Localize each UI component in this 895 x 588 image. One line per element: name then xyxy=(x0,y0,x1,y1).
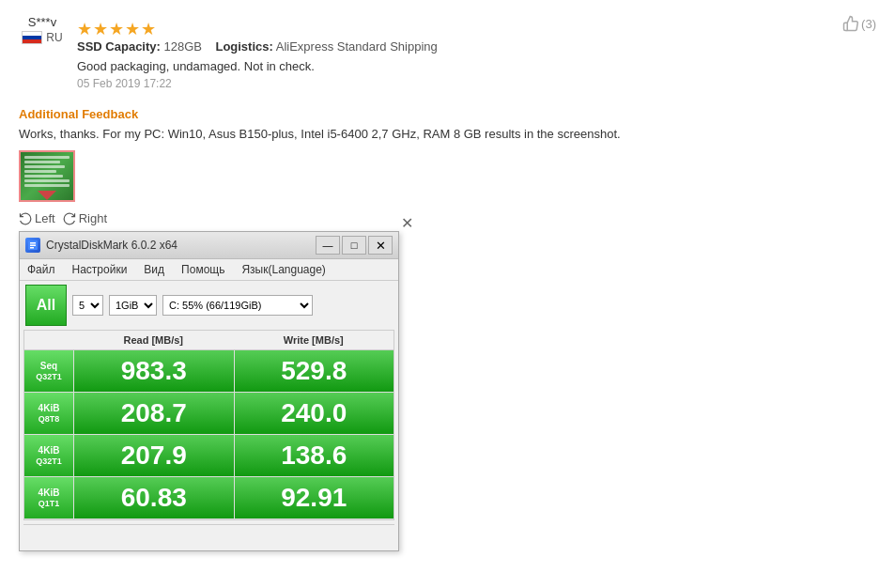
thumb-line-6 xyxy=(24,179,69,182)
thumb-line-3 xyxy=(24,165,65,168)
cdm-data-row: 4KiB Q32T1 207.9 138.6 xyxy=(24,435,393,477)
product-meta: SSD Capacity: 128GB Logistics: AliExpres… xyxy=(77,39,831,54)
image-close-button[interactable]: ✕ xyxy=(401,214,413,232)
cdm-write-value-1: 240.0 xyxy=(234,393,394,434)
additional-text: Works, thanks. For my PC: Win10, Asus B1… xyxy=(19,127,876,141)
cdm-row-label-line1: 4KiB xyxy=(39,403,60,414)
menu-settings[interactable]: Настройки xyxy=(69,261,131,278)
cdm-row-label-0: Seq Q32T1 xyxy=(24,350,73,392)
cdm-row-label-line1: 4KiB xyxy=(39,445,60,456)
cdm-title: CrystalDiskMark 6.0.2 x64 xyxy=(46,239,177,252)
capacity-label: SSD Capacity: xyxy=(77,39,161,54)
reviewer-name: S***v xyxy=(28,15,56,29)
thumb-line-4 xyxy=(24,170,56,173)
cdm-row-label-line2: Q8T8 xyxy=(39,414,60,425)
cdm-row-label-line1: 4KiB xyxy=(39,487,60,499)
cdm-read-value-2: 207.9 xyxy=(73,435,234,476)
menu-file[interactable]: Файл xyxy=(23,261,59,278)
review-header: S***v RU ★★★★★ SSD Capacity: 128GB Logis… xyxy=(19,15,876,101)
cdm-titlebar: CrystalDiskMark 6.0.2 x64 — □ ✕ xyxy=(20,232,398,259)
cdm-content-table: Read [MB/s] Write [MB/s] Seq Q32T1 983.3… xyxy=(23,330,394,520)
cdm-read-value-3: 60.83 xyxy=(73,477,234,518)
cdm-write-value-3: 92.91 xyxy=(234,477,394,518)
cdm-minimize-button[interactable]: — xyxy=(316,236,340,255)
cdm-title-left: CrystalDiskMark 6.0.2 x64 xyxy=(25,238,177,253)
cdm-title-buttons: — □ ✕ xyxy=(316,236,393,255)
review-body: ★★★★★ SSD Capacity: 128GB Logistics: Ali… xyxy=(77,19,831,101)
nav-left-label: Left xyxy=(35,211,55,225)
nav-right-button[interactable]: Right xyxy=(63,211,107,225)
cdm-write-header: Write [MB/s] xyxy=(234,331,394,350)
review-date: 05 Feb 2019 17:22 xyxy=(77,77,831,90)
cdm-row-label-line2: Q32T1 xyxy=(36,372,62,382)
cdm-size-select[interactable]: 1GiB xyxy=(109,295,157,316)
cdm-row-label-2: 4KiB Q32T1 xyxy=(24,435,73,476)
cdm-read-value-1: 208.7 xyxy=(73,393,234,434)
cdm-row-label-line2: Q1T1 xyxy=(39,499,60,509)
thumb-line-5 xyxy=(24,175,63,178)
cdm-menubar: Файл Настройки Вид Помощь Язык(Language) xyxy=(20,259,398,281)
reviewer-country: RU xyxy=(22,31,62,44)
cdm-maximize-button[interactable]: □ xyxy=(342,236,366,255)
cdm-write-value-2: 138.6 xyxy=(234,435,394,476)
menu-language[interactable]: Язык(Language) xyxy=(238,261,329,278)
nav-right-label: Right xyxy=(79,211,107,225)
country-flag xyxy=(22,31,42,44)
cdm-close-button[interactable]: ✕ xyxy=(368,236,393,255)
svg-rect-3 xyxy=(30,247,34,249)
logistics-value: AliExpress Standard Shipping xyxy=(276,39,438,54)
image-navigation: Left Right xyxy=(19,211,876,225)
country-code: RU xyxy=(46,31,62,44)
cdm-read-value-0: 983.3 xyxy=(73,350,234,392)
review-text: Good packaging, undamaged. Not in check. xyxy=(77,59,831,73)
thumbs-up-icon xyxy=(842,15,859,32)
cdm-toolbar: All 5 1GiB C: 55% (66/119GiB) xyxy=(20,281,398,330)
cdm-data-row: Seq Q32T1 983.3 529.8 xyxy=(24,350,393,393)
like-button[interactable]: (3) xyxy=(842,15,876,32)
rotate-right-icon xyxy=(63,212,76,225)
additional-feedback-label: Additional Feedback xyxy=(19,107,876,121)
cdm-write-value-0: 529.8 xyxy=(234,350,394,392)
cdm-data-row: 4KiB Q1T1 60.83 92.91 xyxy=(24,477,393,519)
thumb-image xyxy=(21,152,73,200)
cdm-header-empty xyxy=(24,331,73,350)
cdm-row-label-3: 4KiB Q1T1 xyxy=(24,477,73,518)
menu-help[interactable]: Помощь xyxy=(177,261,228,278)
cdm-data-rows: Seq Q32T1 983.3 529.8 4KiB Q8T8 208.7 24… xyxy=(24,350,393,519)
cdm-icon-graphic xyxy=(27,240,39,251)
thumb-arrow xyxy=(38,191,56,200)
cdm-app-icon xyxy=(25,238,40,253)
capacity-value: 128GB xyxy=(164,39,202,54)
thumb-line-7 xyxy=(24,184,69,187)
reviewer-info: S***v RU xyxy=(19,15,66,44)
thumb-line-2 xyxy=(24,161,60,163)
cdm-row-label-1: 4KiB Q8T8 xyxy=(24,393,73,434)
cdm-read-header: Read [MB/s] xyxy=(73,331,234,350)
additional-feedback-section: Additional Feedback Works, thanks. For m… xyxy=(19,107,876,551)
cdm-header-row: Read [MB/s] Write [MB/s] xyxy=(24,331,393,350)
menu-view[interactable]: Вид xyxy=(140,261,168,278)
svg-rect-1 xyxy=(30,242,36,244)
svg-rect-2 xyxy=(30,245,36,247)
cdm-window-wrapper: ✕ CrystalDiskMark 6.0.2 x64 xyxy=(19,231,413,551)
screenshot-thumbnail[interactable] xyxy=(19,150,75,202)
cdm-row-label-line1: Seq xyxy=(40,361,57,372)
cdm-drive-select[interactable]: C: 55% (66/119GiB) xyxy=(162,295,313,316)
cdm-window: CrystalDiskMark 6.0.2 x64 — □ ✕ Файл Нас… xyxy=(19,231,399,551)
cdm-row-label-line2: Q32T1 xyxy=(36,456,62,467)
like-count: (3) xyxy=(861,17,876,31)
cdm-footer xyxy=(23,524,394,547)
cdm-data-row: 4KiB Q8T8 208.7 240.0 xyxy=(24,393,393,435)
star-rating: ★★★★★ xyxy=(77,19,831,39)
rotate-left-icon xyxy=(19,212,32,225)
nav-left-button[interactable]: Left xyxy=(19,211,55,225)
thumb-line-1 xyxy=(24,156,69,159)
thumb-lines xyxy=(24,156,69,189)
cdm-count-select[interactable]: 5 xyxy=(72,295,103,316)
cdm-all-button[interactable]: All xyxy=(25,285,67,326)
logistics-label: Logistics: xyxy=(215,39,272,54)
